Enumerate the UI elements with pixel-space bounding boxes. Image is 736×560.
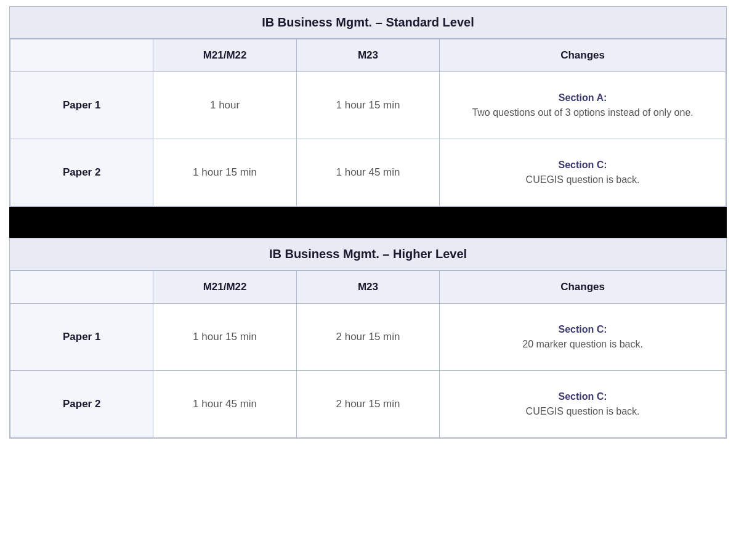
- std-row2-m21: 1 hour 15 min: [153, 139, 296, 206]
- hl-row-1: Paper 1 1 hour 15 min 2 hour 15 min Sect…: [10, 304, 726, 371]
- higher-level-block: IB Business Mgmt. – Higher Level M21/M22…: [9, 238, 727, 439]
- std-row2-m23: 1 hour 45 min: [296, 139, 439, 206]
- std-header-col0: [10, 39, 153, 72]
- std-row1-changes: Section A: Two questions out of 3 option…: [440, 72, 726, 139]
- std-row1-changes-label: Section A:: [559, 92, 607, 103]
- hl-row1-paper: Paper 1: [10, 304, 153, 371]
- hl-row1-changes-label: Section C:: [559, 324, 607, 335]
- std-row1-m23: 1 hour 15 min: [296, 72, 439, 139]
- std-row1-paper: Paper 1: [10, 72, 153, 139]
- std-header-col3: Changes: [440, 39, 726, 72]
- higher-level-table: M21/M22 M23 Changes Paper 1 1 hour 15 mi…: [10, 270, 726, 438]
- hl-row2-paper: Paper 2: [10, 371, 153, 438]
- standard-level-title: IB Business Mgmt. – Standard Level: [10, 7, 726, 39]
- std-row2-changes-label: Section C:: [559, 160, 607, 170]
- divider-bar: [9, 207, 727, 238]
- hl-row2-m23: 2 hour 15 min: [296, 371, 439, 438]
- std-row2-changes-body: CUEGIS question is back.: [526, 174, 640, 185]
- standard-level-table: M21/M22 M23 Changes Paper 1 1 hour 1 hou…: [10, 39, 726, 206]
- page-wrapper: IB Business Mgmt. – Standard Level M21/M…: [0, 0, 736, 445]
- std-header-col1: M21/M22: [153, 39, 296, 72]
- hl-row1-changes-body: 20 marker question is back.: [522, 339, 643, 349]
- hl-row2-changes-label: Section C:: [559, 391, 607, 402]
- hl-header-col2: M23: [296, 271, 439, 304]
- hl-row1-m21: 1 hour 15 min: [153, 304, 296, 371]
- std-row1-m21: 1 hour: [153, 72, 296, 139]
- std-header-col2: M23: [296, 39, 439, 72]
- hl-header-col1: M21/M22: [153, 271, 296, 304]
- std-row-2: Paper 2 1 hour 15 min 1 hour 45 min Sect…: [10, 139, 726, 206]
- hl-header-col0: [10, 271, 153, 304]
- hl-row-2: Paper 2 1 hour 45 min 2 hour 15 min Sect…: [10, 371, 726, 438]
- hl-header-col3: Changes: [440, 271, 726, 304]
- hl-row2-changes: Section C: CUEGIS question is back.: [440, 371, 726, 438]
- std-row2-paper: Paper 2: [10, 139, 153, 206]
- higher-level-title: IB Business Mgmt. – Higher Level: [10, 238, 726, 270]
- hl-row1-changes: Section C: 20 marker question is back.: [440, 304, 726, 371]
- std-row-1: Paper 1 1 hour 1 hour 15 min Section A: …: [10, 72, 726, 139]
- standard-level-block: IB Business Mgmt. – Standard Level M21/M…: [9, 6, 727, 207]
- std-row2-changes: Section C: CUEGIS question is back.: [440, 139, 726, 206]
- hl-row1-m23: 2 hour 15 min: [296, 304, 439, 371]
- hl-row2-changes-body: CUEGIS question is back.: [526, 406, 640, 416]
- std-row1-changes-body: Two questions out of 3 options instead o…: [472, 107, 693, 118]
- hl-row2-m21: 1 hour 45 min: [153, 371, 296, 438]
